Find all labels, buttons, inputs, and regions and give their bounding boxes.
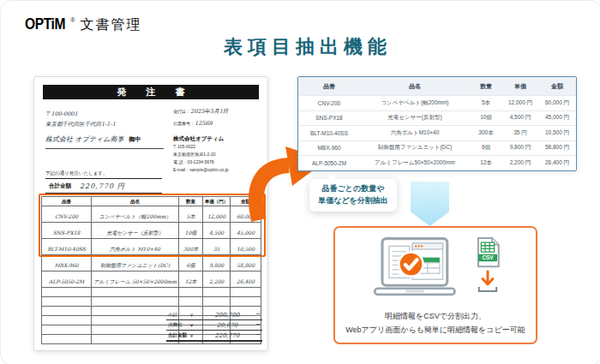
page-title: 表項目抽出機能 [224, 34, 392, 60]
subtotal-row: 小計 ¥ 200,700 ー [166, 310, 262, 320]
col-header: 品番 [42, 197, 92, 206]
cell: 45,000 [237, 230, 255, 236]
col-header: 数量 [470, 77, 502, 95]
brand-logo-optim: OPTiM [25, 15, 65, 33]
table-row: CNV-200 コンベヤベルト(幅200mm) 5本 12,000 円 60,0… [298, 95, 576, 110]
cell: 4,500 [209, 230, 224, 236]
table-row: MBX-960 制御盤用ファンユニット(DC) 6個 9,800 円 58,80… [298, 140, 576, 156]
supplier-email-line: E-mail：sample@optim.co.jp [173, 166, 229, 174]
cell: 六角ボルト M10×40 [110, 246, 160, 252]
dash: ー [254, 322, 261, 328]
cell: ALP-5050-2M [298, 156, 360, 170]
col-header: 品名 [92, 197, 179, 206]
issue-date-label: 発行日： [173, 109, 190, 114]
cell: 60,000 円 [538, 96, 576, 110]
cell: コンベヤベルト(幅200mm) [360, 96, 470, 110]
cell: 9,800 円 [502, 141, 538, 156]
cell: 58,800 [237, 262, 255, 268]
csv-export-line1: 明細情報をCSVで分割出力、 [345, 309, 525, 323]
slip-number-label: 伝票番号： [173, 121, 195, 126]
cell: CNV-200 [55, 213, 78, 219]
callout-line1: 品番ごとの数量や [322, 183, 385, 195]
cell: 35 円 [502, 126, 538, 140]
cell: CNV-200 [298, 96, 360, 110]
cell: 5本 [470, 96, 502, 110]
subtotal-value: 200,700 [201, 312, 254, 319]
slip-number-line: 伝票番号：12569 [173, 118, 228, 130]
cell: 26,400 [237, 278, 255, 284]
supplier-block: 株式会社オプティム 〒105-0022 東京都港区海岸1-2-20 電 話：03… [173, 134, 229, 173]
col-header: 金額 [538, 77, 576, 95]
cell: コンベヤベルト（幅200mm） [99, 213, 171, 219]
cell: ALP-5050-2M [49, 278, 84, 284]
cell: 5本 [187, 213, 195, 219]
cell: 12本 [185, 278, 197, 284]
table-row: BLT-M10-40SS 六角ボルトM10×40 300本 35 円 10,50… [298, 125, 576, 140]
cell: 10,500 円 [538, 126, 576, 140]
cell: 6個 [187, 262, 195, 268]
cell: 10個 [185, 230, 197, 236]
order-total-box: 合計金額 220,770 円 [45, 178, 162, 194]
callout-line2: 単価などを分割抽出 [318, 195, 388, 207]
cell: 12,000 [207, 213, 225, 219]
extracted-table-header-row: 品番 品名 数量 単価 金額 [298, 77, 576, 95]
csv-export-description: 明細情報をCSVで分割出力、 Webアプリ画面からも簡単に明細情報をコピー可能 [345, 309, 525, 337]
cell: 12本 [470, 156, 502, 170]
table-row: ALP-5050-2M アルミフレーム50×50×2000mm 12本 2,20… [298, 155, 576, 170]
col-header: 数量 [179, 197, 203, 206]
scanned-order-document: 発 注 書 発行日：2025年5月1日 伝票番号：12569 〒100-0001… [33, 76, 268, 351]
cell: 45,000 円 [538, 111, 576, 126]
tax-value: 20,070 [201, 322, 254, 329]
col-header: 単価 [502, 77, 538, 95]
cell: 2,200 円 [502, 156, 538, 170]
cell: 300本 [183, 246, 198, 252]
supplier-tel-line: 電 話：03-1234-5678 [173, 158, 229, 166]
registered-mark: ® [70, 17, 75, 23]
cell: 26,400 円 [538, 156, 576, 170]
grand-total-row: 合計金額 ¥ 220,770 ー [166, 331, 262, 342]
csv-export-line2: Webアプリ画面からも簡単に明細情報をコピー可能 [345, 323, 525, 337]
order-table-row: MBX-960 制御盤用ファンユニット(DC) 6個 9,800 58,800 [42, 255, 261, 272]
laptop-check-icon [369, 236, 459, 300]
order-total-label: 合計金額 [49, 182, 71, 190]
brand-logo-product: 文書管理 [81, 16, 142, 34]
supplier-email: sample@optim.co.jp [189, 167, 228, 172]
cell: 10,500 [237, 246, 255, 252]
issue-date-line: 発行日：2025年5月1日 [173, 106, 228, 118]
brand-logo: OPTiM ® 文書管理 [25, 15, 142, 34]
supplier-tel: 03-1234-5678 [187, 159, 213, 164]
currency-symbol: ¥ [190, 313, 201, 318]
supplier-postal: 〒105-0022 [173, 143, 229, 151]
cell: 300本 [470, 126, 502, 140]
col-header: 品番 [298, 77, 360, 95]
cell: 4,500 円 [502, 111, 538, 126]
dash: ー [254, 332, 261, 338]
cell: 制御盤用ファンユニット(DC) [360, 141, 470, 156]
supplier-email-label: E-mail： [173, 167, 189, 172]
supplier-name: 株式会社オプティム [173, 134, 229, 143]
cell: SNS-PX18 [298, 111, 360, 126]
grand-total-label: 合計金額 [168, 332, 190, 338]
cell: 58,800 円 [538, 141, 576, 156]
recipient-address: 東京都千代田区千代田1-1-1 [45, 120, 164, 130]
col-header: 品名 [360, 77, 470, 95]
grand-total-value: 220,770 [201, 332, 254, 339]
subtotal-label: 小計 [168, 312, 190, 318]
col-header: 単価（円） [203, 197, 231, 206]
recipient-postal: 〒100-0001 [45, 110, 164, 120]
supplier-tel-label: 電 話： [173, 159, 187, 164]
csv-download-icon: CSV [473, 236, 502, 298]
supplier-address: 東京都港区海岸1-2-20 [173, 151, 229, 158]
csv-export-illustration: CSV [369, 236, 502, 307]
cell: BLT-M10-40SS [47, 246, 86, 252]
order-doc-title: 発 注 書 [43, 85, 259, 99]
cell: アルミフレーム 50×50×2000mm [93, 278, 177, 284]
cell: 光電センサー（反射型） [106, 230, 163, 236]
cell: 2,200 [209, 278, 224, 284]
slip-number-value: 12569 [195, 120, 213, 127]
recipient-name-line: 株式会社 オプティム商事 御中 [45, 134, 164, 148]
extracted-table: 品番 品名 数量 単価 金額 CNV-200 コンベヤベルト(幅200mm) 5… [297, 76, 577, 171]
csv-label: CSV [482, 255, 494, 261]
order-table-empty-row [42, 297, 261, 307]
currency-symbol: ¥ [190, 333, 201, 338]
